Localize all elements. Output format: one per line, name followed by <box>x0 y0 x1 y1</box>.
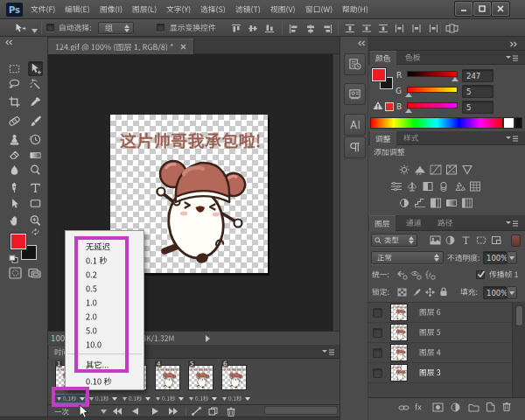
distribute-hcenter-icon[interactable] <box>411 24 422 35</box>
threshold-adjustment-icon[interactable] <box>430 198 442 210</box>
lock-transparency-icon[interactable] <box>397 288 407 298</box>
align-top-icon[interactable] <box>231 24 242 35</box>
color-lookup-adjustment-icon[interactable] <box>469 181 481 193</box>
propagate-checkbox[interactable] <box>476 270 485 279</box>
align-left-icon[interactable] <box>289 24 299 35</box>
timeline-hscrollbar[interactable] <box>264 406 338 415</box>
layer-style-icon[interactable] <box>415 401 422 413</box>
frame-thumbnail[interactable] <box>155 365 180 390</box>
eraser-tool[interactable] <box>7 148 22 163</box>
layer-thumbnail[interactable] <box>390 324 408 341</box>
delete-layer-icon[interactable] <box>502 402 511 413</box>
frame-delay-select[interactable] <box>88 394 119 403</box>
distribute-bottom-icon[interactable] <box>378 24 388 35</box>
paragraph-panel-button[interactable] <box>344 136 366 158</box>
green-slider-marker[interactable] <box>405 93 412 97</box>
ramp-white-chip[interactable] <box>503 117 514 129</box>
document-tab[interactable] <box>48 38 194 54</box>
lasso-tool[interactable] <box>7 77 22 92</box>
move-tool[interactable] <box>28 61 43 76</box>
marquee-tool[interactable] <box>7 61 22 76</box>
invert-adjustment-icon[interactable] <box>398 198 410 210</box>
color-balance-adjustment-icon[interactable] <box>406 181 418 193</box>
tab-color[interactable] <box>370 51 396 65</box>
prev-frame-button[interactable] <box>132 408 138 415</box>
healing-brush-tool[interactable] <box>7 114 22 129</box>
layer-name[interactable] <box>419 343 441 362</box>
distribute-right-icon[interactable] <box>428 24 438 35</box>
photoshop-logo[interactable]: Ps <box>6 3 23 17</box>
menu-help[interactable] <box>338 0 374 18</box>
minimize-button[interactable] <box>455 2 472 16</box>
visibility-toggle[interactable] <box>373 348 382 358</box>
status-arrow-icon[interactable] <box>204 335 211 342</box>
layer-name[interactable] <box>419 323 441 342</box>
menu-file[interactable] <box>25 0 60 18</box>
blend-mode-select[interactable] <box>371 251 444 264</box>
visibility-toggle[interactable] <box>373 328 382 338</box>
new-adjustment-icon[interactable] <box>451 402 460 414</box>
frame-thumbnail[interactable] <box>188 365 214 390</box>
loop-arrow-icon[interactable] <box>101 410 107 414</box>
lock-pixels-icon[interactable] <box>411 288 421 298</box>
screen-mode-icon[interactable] <box>28 267 41 281</box>
brightness-adjustment-icon[interactable] <box>398 164 410 177</box>
filter-smart-objects-icon[interactable] <box>491 235 501 247</box>
foreground-color-swatch[interactable] <box>10 234 26 249</box>
curves-adjustment-icon[interactable] <box>430 164 442 177</box>
fill-dropdown-button[interactable] <box>507 286 517 299</box>
swap-colors-icon[interactable] <box>32 228 39 237</box>
selective-color-adjustment-icon[interactable] <box>461 198 473 210</box>
next-frame-button[interactable] <box>169 408 178 415</box>
distribute-vcenter-icon[interactable] <box>361 24 372 35</box>
type-tool[interactable] <box>28 180 43 195</box>
tab-paths[interactable] <box>432 215 458 231</box>
layer-row-6[interactable] <box>368 303 525 323</box>
layers-scrollbar[interactable] <box>512 302 525 397</box>
tab-adjustments[interactable] <box>370 131 396 145</box>
delete-frame-button[interactable] <box>227 407 235 416</box>
filter-shape-layers-icon[interactable] <box>476 235 486 247</box>
dock-collapse-icon[interactable] <box>357 39 366 48</box>
tab-layers[interactable] <box>369 215 396 231</box>
align-bottom-icon[interactable] <box>264 24 275 35</box>
filter-type-layers-icon[interactable] <box>461 235 471 247</box>
vibrance-adjustment-icon[interactable] <box>461 164 473 177</box>
unify-visibility-icon[interactable] <box>410 270 422 282</box>
properties-panel-button[interactable] <box>344 83 366 105</box>
layer-filter-type-select[interactable] <box>371 234 417 247</box>
path-select-tool[interactable] <box>7 196 22 211</box>
layer-name[interactable] <box>419 363 441 382</box>
shape-tool[interactable] <box>28 196 43 211</box>
tool-preset-arrow-icon[interactable] <box>32 26 38 35</box>
layer-row-4[interactable] <box>368 343 525 363</box>
visibility-toggle[interactable] <box>373 368 382 378</box>
quick-mask-icon[interactable] <box>9 267 22 281</box>
magic-wand-tool[interactable] <box>28 77 43 92</box>
blue-slider[interactable] <box>407 102 458 108</box>
auto-select-dropdown[interactable] <box>98 22 134 34</box>
unify-style-icon[interactable] <box>424 270 436 282</box>
dock-collapse-arrows-icon[interactable] <box>509 41 519 47</box>
frame-delay-select[interactable] <box>121 394 152 403</box>
ramp-black-chip[interactable] <box>514 117 522 129</box>
tab-swatches[interactable] <box>400 51 426 65</box>
gamut-color-chip[interactable] <box>385 102 394 111</box>
default-colors-icon[interactable] <box>9 255 18 265</box>
frame-thumbnail[interactable] <box>221 365 247 390</box>
exposure-adjustment-icon[interactable] <box>445 164 458 177</box>
new-group-icon[interactable] <box>468 402 480 414</box>
eyedropper-tool[interactable] <box>28 94 43 109</box>
menu-type[interactable] <box>162 0 196 18</box>
opacity-value[interactable]: 100% <box>483 251 507 264</box>
play-button[interactable] <box>152 408 158 415</box>
close-button[interactable] <box>492 2 509 16</box>
menu-edit[interactable] <box>60 0 94 18</box>
gradient-tool[interactable] <box>28 148 43 163</box>
toolbar-collapse-icon[interactable] <box>4 38 13 47</box>
auto-align-layers-icon[interactable] <box>445 24 458 35</box>
black-white-adjustment-icon[interactable] <box>422 181 434 193</box>
layer-row-3[interactable] <box>368 363 525 383</box>
blue-value[interactable]: 5 <box>462 101 494 114</box>
new-layer-icon[interactable] <box>486 402 495 414</box>
